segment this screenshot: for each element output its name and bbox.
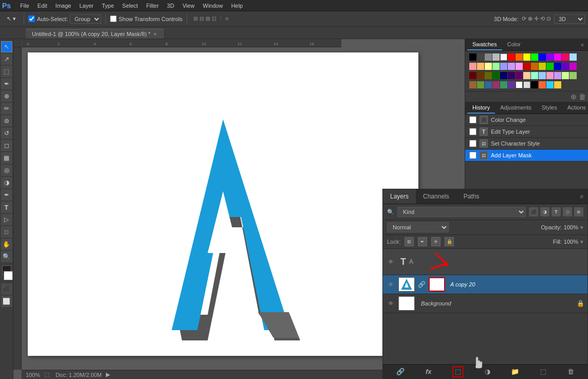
menu-image[interactable]: Image	[51, 2, 76, 10]
close-tab-button[interactable]: ×	[154, 31, 157, 37]
swatch-blue[interactable]	[539, 53, 546, 61]
swatch-light-yellow[interactable]	[485, 63, 492, 70]
swatches-panel-menu[interactable]: ≡	[579, 42, 586, 48]
eyedropper-tool[interactable]: ✒	[1, 78, 12, 89]
history-item-edit-type[interactable]: T Edit Type Layer	[465, 126, 588, 138]
dodge-tool[interactable]: ◑	[1, 177, 12, 188]
direct-select-tool[interactable]: ↗	[1, 53, 12, 65]
swatch-peach[interactable]	[523, 72, 530, 79]
tab-adjustments[interactable]: Adjustments	[495, 102, 537, 114]
swatch-white2[interactable]	[516, 81, 523, 88]
blend-mode-select[interactable]: Normal	[387, 222, 449, 232]
swatch-dark-violet[interactable]	[516, 72, 523, 79]
blur-tool[interactable]: ◎	[1, 165, 12, 176]
layer-fx-icon[interactable]: fx	[426, 368, 432, 375]
menu-help[interactable]: Help	[227, 2, 247, 10]
layer-background[interactable]: 👁 Background 🔒	[383, 294, 587, 313]
menu-view[interactable]: View	[178, 2, 199, 10]
menu-edit[interactable]: Edit	[33, 2, 51, 10]
swatch-orange[interactable]	[516, 53, 523, 61]
screen-mode-icon[interactable]: ⬚	[44, 371, 49, 378]
swatch-sky[interactable]	[539, 72, 546, 79]
swatch-lightblue[interactable]	[569, 53, 577, 61]
layer-mask-thumbnail[interactable]	[429, 277, 445, 292]
gradient-tool[interactable]: ▦	[1, 152, 12, 164]
layers-tab-paths[interactable]: Paths	[456, 190, 487, 203]
pen-tool[interactable]: ✒	[1, 189, 12, 201]
swatch-rose[interactable]	[562, 53, 569, 61]
swatch-yellow[interactable]	[523, 53, 530, 61]
swatch-cyan[interactable]	[546, 81, 554, 88]
swatch-gold[interactable]	[554, 81, 561, 88]
swatch-dark-magenta[interactable]	[569, 63, 577, 70]
swatch-black[interactable]	[469, 53, 476, 61]
swatch-light-blue2[interactable]	[500, 63, 507, 70]
swatch-teal-green[interactable]	[500, 81, 507, 88]
clone-tool[interactable]: ⊜	[1, 115, 12, 127]
layer-a-copy-20[interactable]: 👁 🔗 A copy 20	[383, 275, 587, 294]
swatch-light-green[interactable]	[492, 63, 500, 70]
lock-pixels-icon[interactable]: ⊞	[405, 237, 414, 246]
layer-type-indicator-row[interactable]: 👁 T A	[383, 249, 587, 275]
swatch-indigo[interactable]	[508, 72, 515, 79]
doc-info-arrow[interactable]: ▶	[106, 371, 110, 378]
lock-move-icon[interactable]: ✛	[431, 237, 440, 246]
layers-panel-menu-icon[interactable]: ≡	[576, 193, 587, 200]
new-group-icon[interactable]: 📁	[511, 368, 519, 375]
swatch-red[interactable]	[508, 53, 515, 61]
history-item-add-mask[interactable]: ▤ Add Layer Mask	[465, 150, 588, 161]
zoom-tool[interactable]: 🔍	[1, 251, 12, 262]
swatch-black2[interactable]	[531, 81, 538, 88]
menu-type[interactable]: Type	[98, 2, 118, 10]
swatch-light-orange[interactable]	[477, 63, 484, 70]
quick-mask-tool[interactable]: ⬛	[1, 283, 12, 295]
path-select-tool[interactable]: ▷	[1, 214, 12, 225]
add-mask-button[interactable]: ⬚	[452, 366, 464, 377]
type-tool[interactable]: T	[1, 202, 12, 213]
opacity-dropdown-arrow[interactable]: ▾	[580, 224, 583, 231]
history-item-set-char[interactable]: ▤ Set Character Style	[465, 138, 588, 150]
tab-color[interactable]: Color	[502, 39, 526, 50]
swatch-navy[interactable]	[500, 72, 507, 79]
layer-eye-3[interactable]: 👁	[386, 299, 395, 308]
swatch-olive[interactable]	[485, 72, 492, 79]
brush-tool[interactable]: ✏	[1, 103, 12, 114]
swatch-dark-green[interactable]	[546, 63, 554, 70]
screen-mode-tool[interactable]: ⬜	[1, 296, 12, 307]
swatch-steel[interactable]	[485, 81, 492, 88]
swatch-white[interactable]	[500, 53, 507, 61]
lock-all-icon[interactable]: 🔒	[445, 237, 454, 246]
swatch-lavender[interactable]	[554, 72, 561, 79]
layer-kind-select[interactable]: Kind	[397, 207, 526, 217]
layer-eye-1[interactable]: 👁	[386, 257, 395, 266]
add-adjustment-icon[interactable]: ◑	[485, 368, 490, 375]
document-tab[interactable]: Untitled-1 @ 100% (A copy 20, Layer Mask…	[26, 29, 163, 39]
history-item-color-change[interactable]: ⬛ Color Change	[465, 114, 588, 126]
type-filter-icon[interactable]: T	[552, 207, 561, 216]
background-color[interactable]	[4, 271, 13, 280]
swatches-delete-icon[interactable]: 🗑	[579, 93, 586, 101]
swatch-light-gray[interactable]	[492, 53, 500, 61]
healing-tool[interactable]: ⊕	[1, 91, 12, 102]
menu-layer[interactable]: Layer	[75, 2, 98, 10]
swatch-magenta[interactable]	[554, 53, 561, 61]
autoselect-checkbox[interactable]	[28, 15, 35, 22]
history-state-checkbox-1[interactable]	[469, 116, 476, 123]
history-state-checkbox-3[interactable]	[469, 140, 476, 147]
swatch-light-purple[interactable]	[508, 63, 515, 70]
swatch-light-red[interactable]	[469, 63, 476, 70]
shape-filter-icon[interactable]: ◇	[563, 207, 572, 216]
eraser-tool[interactable]: ◻	[1, 140, 12, 151]
swatches-add-icon[interactable]: ⊕	[571, 93, 577, 101]
swatch-gray[interactable]	[485, 53, 492, 61]
swatch-green[interactable]	[531, 53, 538, 61]
menu-3d[interactable]: 3D	[163, 2, 178, 10]
swatch-dark-blue[interactable]	[554, 63, 561, 70]
history-state-checkbox-4[interactable]	[469, 152, 476, 159]
swatch-very-dark-red[interactable]	[469, 72, 476, 79]
menu-window[interactable]: Window	[199, 2, 227, 10]
layer-eye-2[interactable]: 👁	[386, 280, 395, 289]
3d-mode-select[interactable]: 3D	[554, 14, 585, 24]
history-brush-tool[interactable]: ↺	[1, 128, 12, 139]
swatch-tan[interactable]	[469, 81, 476, 88]
